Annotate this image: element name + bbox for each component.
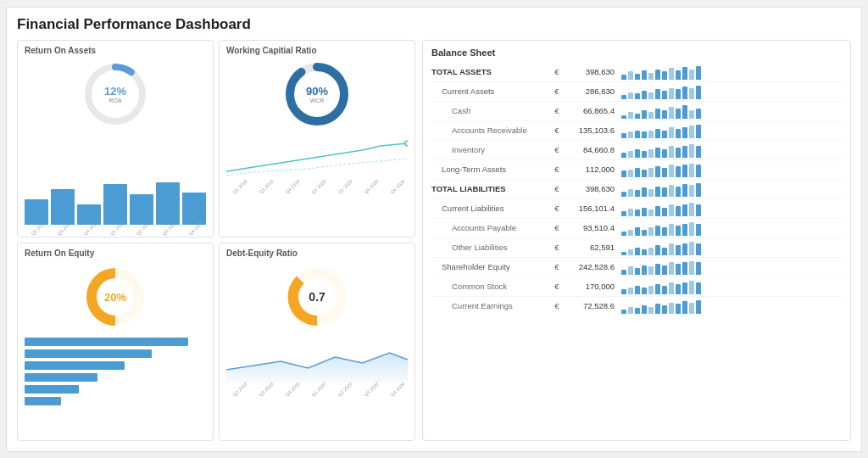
roa-bar-chart [25, 182, 206, 225]
spark-bars [621, 103, 701, 119]
bs-row-currency: € [550, 106, 564, 115]
spark-bar [635, 168, 640, 177]
spark-bar [662, 305, 667, 314]
spark-bar [642, 151, 647, 157]
spark-bar [642, 110, 647, 119]
spark-bar [655, 166, 660, 176]
spark-bar [648, 149, 654, 158]
panel-roe: Return On Equity 20% [17, 243, 214, 441]
spark-bar [621, 115, 626, 119]
bs-row-value: 286,630 [564, 87, 615, 96]
wcr-labels: Q2 2019 Q3 2019 Q4 2018 Q1 2020 Q2 2020 … [226, 185, 408, 190]
spark-bar [669, 88, 674, 99]
spark-bar [689, 70, 694, 80]
bs-row-currency: € [550, 243, 564, 252]
panel-roa-body: 12% ROA Q2 2019 [25, 59, 206, 232]
panel-der-body: 0.7 [226, 261, 408, 435]
bs-row-sparkline [621, 142, 842, 158]
spark-bar [648, 131, 654, 138]
spark-bar [642, 230, 647, 236]
spark-bar [682, 87, 687, 98]
spark-bar [682, 184, 687, 197]
spark-bar [655, 264, 660, 275]
spark-bar [628, 92, 633, 99]
balance-sheet-row: Current Earnings€72,528.6 [431, 297, 842, 316]
spark-bar [642, 70, 647, 80]
balance-sheet-row: Common Stock€170,000 [431, 277, 842, 297]
bs-row-currency: € [550, 301, 564, 310]
spark-bar [662, 91, 667, 99]
spark-bar [648, 266, 654, 274]
spark-bar [648, 307, 654, 314]
spark-bar [642, 131, 647, 137]
bs-row-sparkline [621, 162, 842, 177]
bs-row-currency: € [550, 67, 564, 76]
spark-bar [621, 192, 626, 197]
spark-bar [635, 248, 640, 255]
panel-roa: Return On Assets 12% ROA [17, 40, 214, 238]
spark-bar [689, 242, 694, 255]
spark-bar [628, 189, 633, 197]
bs-row-value: 398,630 [564, 67, 615, 76]
spark-bar [642, 187, 647, 196]
hbar-row [25, 338, 206, 346]
spark-bar [628, 170, 633, 177]
bs-row-value: 135,103.6 [564, 126, 615, 135]
balance-sheet-row: Inventory€84,660.8 [431, 141, 842, 160]
spark-bar [621, 211, 626, 216]
bs-row-label: TOTAL ASSETS [431, 67, 550, 76]
spark-bar [682, 127, 687, 137]
dashboard-title: Financial Performance Dashboard [17, 16, 851, 33]
spark-bar [621, 270, 626, 275]
bs-row-sparkline [621, 182, 842, 197]
spark-bar [689, 164, 694, 177]
spark-bar [648, 189, 654, 197]
spark-bar [662, 286, 667, 294]
balance-sheet-row: Accounts Receivable€135,103.6 [431, 121, 842, 141]
spark-bar [682, 204, 687, 216]
spark-bar [655, 70, 660, 80]
wcr-line-chart: Q2 2019 Q3 2019 Q4 2018 Q1 2020 Q2 2020 … [226, 133, 408, 232]
spark-bar [642, 305, 647, 314]
der-value: 0.7 [309, 290, 325, 304]
spark-bar [676, 166, 681, 176]
spark-bars [621, 84, 701, 99]
spark-bar [648, 112, 654, 119]
spark-bar [621, 289, 626, 294]
bs-row-label: Common Stock [431, 282, 550, 291]
balance-sheet-row: Shareholder Equity€242,528.6 [431, 258, 842, 277]
spark-bar [635, 227, 640, 235]
bs-row-sparkline [621, 240, 842, 255]
spark-bars [621, 64, 701, 80]
spark-bar [669, 243, 674, 255]
spark-bar [682, 146, 687, 158]
roe-value: 20% [104, 291, 126, 304]
spark-bar [662, 131, 667, 138]
bs-row-currency: € [550, 165, 564, 174]
spark-bar [689, 185, 694, 196]
der-labels: Q2 2019 Q3 2019 Q4 2019 Q1 2020 Q2 2020 … [226, 388, 408, 393]
svg-point-4 [405, 141, 408, 146]
spark-bar [669, 224, 674, 236]
spark-bar [621, 95, 626, 99]
spark-bar [696, 204, 701, 216]
spark-bar [682, 301, 687, 313]
spark-bar [655, 89, 660, 98]
spark-bar [621, 170, 626, 176]
spark-bar [676, 245, 681, 254]
spark-bar [628, 307, 633, 314]
roe-hbar-chart [25, 338, 206, 405]
balance-sheet-row: Current Assets€286,630 [431, 82, 842, 102]
spark-bar [696, 224, 701, 236]
spark-bar [696, 125, 701, 138]
balance-sheet-row: Accounts Payable€93,510.4 [431, 219, 842, 238]
spark-bar [662, 227, 667, 235]
spark-bar [655, 226, 660, 235]
spark-bar [635, 93, 640, 98]
bs-row-sparkline [621, 103, 842, 119]
spark-bar [655, 148, 660, 158]
spark-bar [655, 304, 660, 313]
spark-bar [655, 206, 660, 216]
spark-bar [669, 262, 674, 274]
spark-bar [628, 249, 633, 254]
